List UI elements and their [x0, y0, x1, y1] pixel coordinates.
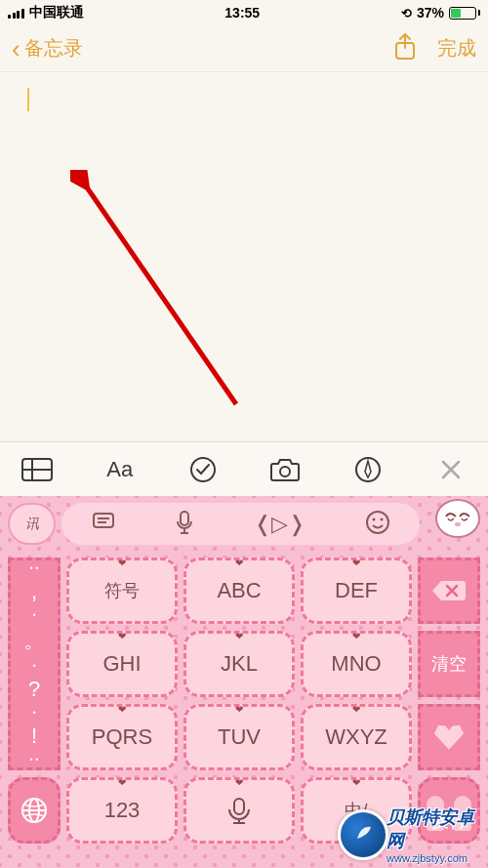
mic-icon[interactable]	[175, 510, 194, 539]
share-icon	[392, 32, 418, 62]
candidate-bar: 讯 ❬▷❭	[0, 496, 488, 552]
key-pqrs[interactable]: PQRS	[66, 704, 178, 770]
svg-point-6	[280, 467, 290, 476]
question-key-label: ?	[28, 677, 40, 702]
battery-icon	[449, 7, 480, 20]
backspace-key[interactable]	[418, 558, 480, 624]
clear-key[interactable]: 清空	[418, 631, 480, 697]
text-cursor	[27, 88, 29, 111]
heart-key[interactable]	[418, 704, 480, 770]
checkmark-circle-icon	[189, 456, 217, 483]
heart-icon	[431, 722, 467, 753]
svg-point-13	[372, 517, 375, 520]
clock-time: 13:55	[224, 5, 260, 21]
status-bar: 中国联通 13:55 ⟲ 37%	[0, 0, 488, 25]
ime-keyboard: 讯 ❬▷❭ • • , • 。 • ? • !	[0, 496, 488, 868]
camera-button[interactable]	[265, 450, 305, 489]
cellular-signal-icon	[8, 8, 24, 19]
symbols-key[interactable]: 符号	[66, 558, 178, 624]
exclaim-key-label: !	[31, 723, 37, 749]
dismiss-keyboard-button[interactable]	[431, 450, 470, 489]
svg-rect-11	[181, 512, 188, 525]
mascot-button[interactable]	[426, 499, 480, 550]
key-jkl[interactable]: JKL	[183, 631, 295, 697]
mic-key-icon	[223, 796, 256, 825]
done-button[interactable]: 完成	[437, 35, 476, 62]
rotation-lock-icon: ⟲	[401, 6, 412, 21]
punctuation-column[interactable]: • • , • 。 • ? • ! • •	[8, 558, 61, 770]
key-wxyz[interactable]: WXYZ	[301, 704, 412, 770]
globe-key[interactable]	[8, 777, 61, 844]
battery-percent: 37%	[417, 5, 444, 21]
key-ghi[interactable]: GHI	[66, 631, 178, 697]
key-abc[interactable]: ABC	[183, 558, 295, 624]
notes-format-toolbar: Aa	[0, 441, 488, 496]
navigation-bar: ‹ 备忘录 完成	[0, 25, 488, 72]
key-def[interactable]: DEF	[301, 558, 412, 624]
key-123[interactable]: 123	[66, 777, 178, 844]
carrier-label: 中国联通	[29, 4, 84, 21]
watermark: 贝斯特安卓网 www.zjbstyy.com	[338, 806, 484, 864]
table-button[interactable]	[18, 450, 57, 489]
emoji-icon[interactable]	[365, 510, 390, 539]
svg-line-1	[85, 185, 236, 404]
note-content-area[interactable]	[0, 72, 488, 441]
table-icon	[21, 458, 53, 481]
markup-button[interactable]	[348, 450, 387, 489]
chevron-left-icon: ‹	[12, 36, 20, 62]
period-key-label: 。	[23, 626, 45, 655]
svg-rect-19	[234, 799, 244, 814]
expand-icon[interactable]: ❬▷❭	[254, 512, 305, 537]
svg-point-14	[380, 517, 383, 520]
back-button[interactable]: ‹ 备忘录	[12, 35, 83, 62]
key-tuv[interactable]: TUV	[183, 704, 295, 770]
pen-circle-icon	[354, 456, 382, 483]
mascot-face-icon	[440, 505, 475, 532]
candidate-toolbar: ❬▷❭	[61, 503, 420, 545]
watermark-site-name: 贝斯特安卓网	[386, 806, 480, 852]
watermark-url: www.zjbstyy.com	[386, 852, 480, 864]
format-button[interactable]: Aa	[101, 450, 140, 489]
svg-point-5	[191, 458, 215, 481]
camera-icon	[269, 457, 301, 482]
globe-icon	[20, 796, 49, 825]
svg-point-15	[455, 522, 461, 526]
annotation-arrow	[70, 170, 256, 424]
ime-logo-button[interactable]: 讯	[8, 503, 56, 545]
comma-key-label: ,	[31, 579, 37, 604]
messages-icon[interactable]	[92, 512, 115, 537]
watermark-logo-icon	[338, 809, 388, 860]
space-key[interactable]	[183, 777, 295, 844]
key-mno[interactable]: MNO	[301, 631, 412, 697]
svg-rect-8	[94, 514, 113, 527]
back-button-label: 备忘录	[24, 35, 83, 62]
share-button[interactable]	[392, 32, 418, 65]
close-icon	[439, 458, 463, 481]
checklist-button[interactable]	[183, 450, 223, 489]
svg-point-12	[367, 512, 388, 533]
backspace-icon	[431, 578, 467, 603]
